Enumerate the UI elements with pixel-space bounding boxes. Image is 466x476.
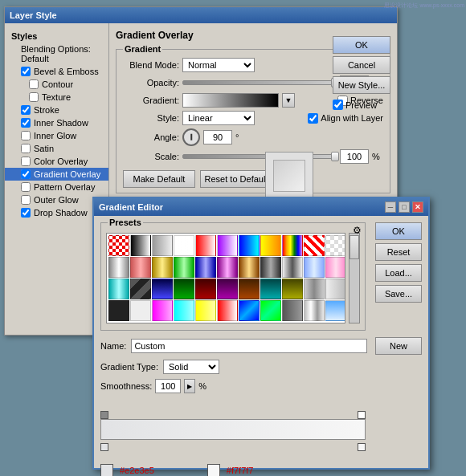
gradient-bar[interactable] — [100, 419, 366, 440]
sidebar-item-color-overlay[interactable]: Color Overlay — [5, 155, 108, 168]
right-color-swatch[interactable] — [207, 464, 220, 476]
preset-35[interactable] — [130, 300, 151, 321]
preset-30[interactable] — [260, 279, 281, 299]
angle-input[interactable] — [203, 130, 232, 144]
preset-38[interactable] — [195, 300, 216, 321]
ge-smooth-input[interactable] — [155, 379, 181, 393]
bevel-emboss-checkbox[interactable] — [21, 67, 31, 76]
ge-load-button[interactable]: Load... — [375, 264, 422, 282]
opacity-stop-right[interactable] — [358, 411, 366, 419]
outer-glow-checkbox[interactable] — [21, 195, 31, 205]
preset-37[interactable] — [174, 300, 194, 321]
preset-21[interactable] — [304, 257, 325, 278]
ok-button[interactable]: OK — [333, 36, 390, 54]
color-stop-right[interactable] — [358, 443, 366, 451]
preset-24[interactable] — [130, 279, 151, 299]
cancel-button[interactable]: Cancel — [333, 56, 390, 74]
sidebar-item-satin[interactable]: Satin — [5, 142, 108, 155]
preset-4[interactable] — [174, 235, 194, 256]
preset-22[interactable] — [325, 257, 345, 278]
stroke-checkbox[interactable] — [21, 105, 31, 115]
restore-icon[interactable]: □ — [399, 201, 410, 213]
gradient-overlay-checkbox[interactable] — [21, 169, 31, 179]
color-stop-left[interactable] — [100, 443, 108, 451]
preset-40[interactable] — [239, 300, 260, 321]
preset-29[interactable] — [239, 279, 260, 299]
preset-44[interactable] — [325, 300, 345, 321]
make-default-button[interactable]: Make Default — [123, 170, 195, 188]
sidebar-item-texture[interactable]: Texture — [5, 91, 108, 104]
preview-checkbox[interactable] — [333, 100, 343, 110]
sidebar-item-inner-glow[interactable]: Inner Glow — [5, 129, 108, 142]
sidebar-item-contour[interactable]: Contour — [5, 78, 108, 91]
texture-checkbox[interactable] — [29, 92, 39, 102]
angle-wheel[interactable] — [182, 128, 200, 146]
pattern-overlay-checkbox[interactable] — [21, 182, 31, 192]
align-checkbox[interactable] — [308, 113, 318, 124]
preset-26[interactable] — [174, 279, 194, 299]
drop-shadow-checkbox[interactable] — [21, 208, 31, 218]
satin-checkbox[interactable] — [21, 144, 31, 153]
sidebar-item-gradient-overlay[interactable]: Gradient Overlay — [5, 168, 108, 181]
ge-smooth-arrow[interactable]: ▶ — [184, 379, 195, 393]
preset-27[interactable] — [195, 279, 216, 299]
opacity-slider[interactable] — [182, 80, 337, 85]
preset-16[interactable] — [195, 257, 216, 278]
preset-20[interactable] — [282, 257, 303, 278]
preset-18[interactable] — [239, 257, 260, 278]
preset-25[interactable] — [152, 279, 173, 299]
preset-1[interactable] — [108, 235, 129, 256]
preset-36[interactable] — [152, 300, 173, 321]
preset-17[interactable] — [217, 257, 238, 278]
preset-10[interactable] — [304, 235, 325, 256]
preset-8[interactable] — [260, 235, 281, 256]
opacity-stop-left[interactable] — [100, 411, 108, 419]
sidebar-item-bevel-emboss[interactable]: Bevel & Emboss — [5, 65, 108, 78]
reset-default-button[interactable]: Reset to Default — [200, 170, 272, 188]
ge-ok-button[interactable]: OK — [375, 222, 422, 240]
preset-9[interactable] — [282, 235, 303, 256]
new-style-button[interactable]: New Style... — [333, 76, 390, 94]
preset-5[interactable] — [195, 235, 216, 256]
sidebar-item-blending[interactable]: Blending Options: Default — [5, 43, 108, 65]
inner-glow-checkbox[interactable] — [21, 131, 31, 140]
preset-15[interactable] — [174, 257, 194, 278]
scrollbar-thumb[interactable] — [350, 235, 359, 259]
preset-41[interactable] — [260, 300, 281, 321]
preset-32[interactable] — [304, 279, 325, 299]
ge-save-button[interactable]: Save... — [375, 285, 422, 303]
left-color-swatch[interactable] — [100, 464, 113, 476]
preset-33[interactable] — [325, 279, 345, 299]
preset-43[interactable] — [304, 300, 325, 321]
sidebar-item-stroke[interactable]: Stroke — [5, 104, 108, 116]
scale-slider[interactable] — [182, 154, 337, 159]
preset-12[interactable] — [108, 257, 129, 278]
inner-shadow-checkbox[interactable] — [21, 118, 31, 128]
preset-14[interactable] — [152, 257, 173, 278]
ge-type-select[interactable]: Solid — [163, 360, 219, 374]
presets-scrollbar[interactable] — [349, 233, 360, 323]
presets-gear-icon[interactable]: ⚙ — [353, 225, 362, 236]
minimize-icon[interactable]: ─ — [385, 201, 396, 213]
gradient-dropdown-btn[interactable]: ▼ — [282, 93, 295, 108]
color-overlay-checkbox[interactable] — [21, 157, 31, 166]
preset-42[interactable] — [282, 300, 303, 321]
contour-checkbox[interactable] — [29, 79, 39, 89]
blend-mode-select[interactable]: Normal — [182, 58, 255, 72]
preset-34[interactable] — [108, 300, 129, 321]
preset-7[interactable] — [239, 235, 260, 256]
preset-23[interactable] — [108, 279, 129, 299]
preset-31[interactable] — [282, 279, 303, 299]
close-icon[interactable]: ✕ — [412, 201, 423, 213]
gradient-preview[interactable] — [182, 93, 279, 108]
preset-39[interactable] — [217, 300, 238, 321]
ge-name-input[interactable] — [131, 339, 367, 353]
sidebar-item-pattern-overlay[interactable]: Pattern Overlay — [5, 181, 108, 193]
preset-19[interactable] — [260, 257, 281, 278]
sidebar-item-inner-shadow[interactable]: Inner Shadow — [5, 116, 108, 129]
preset-3[interactable] — [152, 235, 173, 256]
preset-28[interactable] — [217, 279, 238, 299]
preset-2[interactable] — [130, 235, 151, 256]
preset-13[interactable] — [130, 257, 151, 278]
style-select[interactable]: Linear — [182, 111, 255, 125]
